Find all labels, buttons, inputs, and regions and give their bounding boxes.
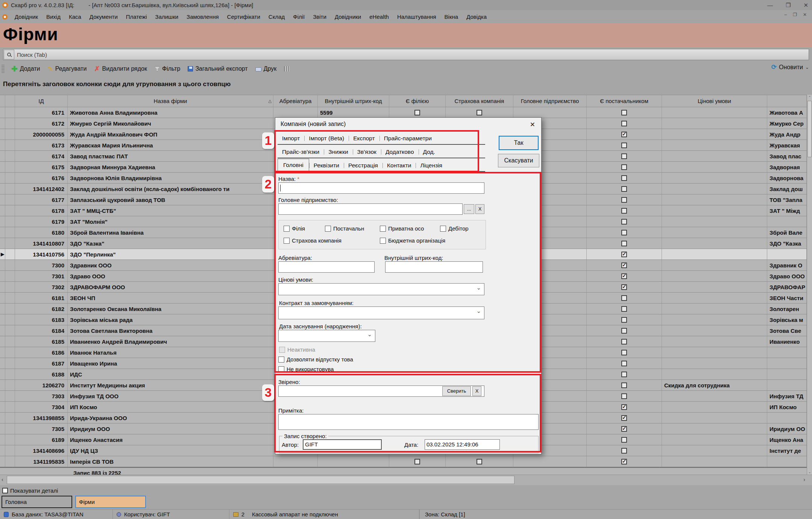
cell-id: 6172	[15, 118, 68, 129]
cancel-button[interactable]: Скасувати	[498, 154, 539, 167]
menu-item-довідник[interactable]: Довідник	[11, 12, 42, 21]
menu-item-довідка[interactable]: Довідка	[462, 12, 491, 21]
search-input[interactable]: Поиск (Tab)	[15, 52, 47, 58]
menu-item-залишки[interactable]: Залишки	[151, 12, 183, 21]
tab-home[interactable]: Головна	[2, 496, 72, 508]
add-button[interactable]: ✚Додати	[8, 63, 44, 75]
menu-item-сертифікати[interactable]: Сертифікати	[223, 12, 264, 21]
mdi-restore-button[interactable]: ❐	[793, 12, 797, 17]
horizontal-scrollbar[interactable]: ‹ ›	[0, 475, 812, 485]
column-header[interactable]: Абревіатура	[273, 95, 318, 107]
table-row[interactable]: 1341195835Імперія СВ ТОВ	[0, 456, 812, 467]
cell-name: Завод пластмас ПАТ	[68, 151, 273, 161]
tab-firms[interactable]: Фірми	[75, 496, 146, 508]
cell-name: Здравник ООО	[68, 260, 273, 270]
app-menu-icon[interactable]	[2, 14, 8, 20]
search-bar[interactable]: Поиск (Tab)	[3, 49, 809, 60]
scroll-up-icon[interactable]: ⌃	[808, 96, 811, 99]
scroll-left-icon[interactable]: ‹	[2, 477, 3, 483]
cell-price-terms	[662, 347, 767, 358]
scroll-down-icon[interactable]: ⌄	[808, 470, 811, 474]
restore-button[interactable]: ❐	[786, 2, 791, 9]
cell	[0, 184, 5, 194]
menu-item-довідники[interactable]: Довідники	[331, 12, 365, 21]
menu-item-вікна[interactable]: Вікна	[440, 12, 463, 21]
columns-button[interactable]	[280, 65, 293, 73]
cell-id: 6179	[15, 216, 68, 227]
cell	[5, 184, 15, 194]
menu-item-вихід[interactable]: Вихід	[42, 12, 65, 21]
close-button[interactable]: ✕	[803, 2, 808, 9]
menu-item-платежі[interactable]: Платежі	[122, 12, 151, 21]
cell	[5, 162, 15, 172]
filter-button[interactable]: Фільтр	[151, 64, 184, 74]
menu-item-філії[interactable]: Філії	[289, 12, 309, 21]
cell-alt-name	[767, 249, 807, 260]
cell-name: ІДУ НД ЦЗ	[68, 445, 273, 456]
column-header[interactable]: Страхова компанія	[446, 95, 513, 107]
vertical-scrollbar[interactable]: ⌃ ⌄	[807, 95, 812, 475]
column-header[interactable]: Головне підприємство	[513, 95, 587, 107]
menu-item-каса[interactable]: Каса	[65, 12, 85, 21]
cell-price-terms	[662, 325, 767, 336]
refresh-dropdown-icon[interactable]: ⌄	[805, 65, 809, 70]
mdi-close-button[interactable]: ✕	[803, 12, 807, 17]
cell	[5, 423, 15, 434]
menu-item-документи[interactable]: Документи	[85, 12, 122, 21]
menu-item-звіти[interactable]: Звіти	[309, 12, 331, 21]
menu-item-ehealth[interactable]: eHealth	[365, 12, 393, 21]
ok-button[interactable]: Так	[499, 136, 539, 150]
checkbox-icon	[621, 361, 627, 366]
cell-is-supplier	[587, 380, 662, 390]
dialog-close-icon[interactable]: ✕	[530, 121, 535, 129]
cell-is-supplier	[587, 336, 662, 347]
window-title: Скарб pro v. 4.0.2.83 [ІД: - [Апт №003 с…	[11, 2, 253, 8]
refresh-button[interactable]: ⟳ Оновити ⌄	[771, 63, 809, 71]
annotation-number-3: 3	[262, 384, 274, 401]
column-header[interactable]: Є філією	[389, 95, 446, 107]
mdi-minimize-button[interactable]: –	[784, 12, 787, 17]
column-header[interactable]: Є постачальником	[587, 95, 662, 107]
cell	[0, 227, 5, 238]
minimize-button[interactable]: —	[767, 2, 773, 8]
workspace-tabs: Головна Фірми	[2, 496, 146, 508]
menu-item-налаштування[interactable]: Налаштування	[393, 12, 440, 21]
cell-name: Животова Анна Владимировна	[68, 107, 273, 118]
cell-is-supplier	[587, 434, 662, 445]
dialog-title-bar[interactable]: Компанія (новий запис)	[275, 118, 541, 131]
checkbox-icon	[621, 295, 627, 301]
checkbox-icon	[621, 372, 627, 377]
cell	[0, 413, 5, 423]
cell-id: 6183	[15, 314, 68, 325]
scroll-right-icon[interactable]: ›	[803, 477, 805, 483]
menu-item-замовлення[interactable]: Замовлення	[182, 12, 223, 21]
cell-price-terms	[662, 227, 767, 238]
show-details-checkbox[interactable]: Показувати деталі	[2, 487, 58, 494]
checkbox-icon	[621, 328, 627, 334]
print-button[interactable]: Друк	[252, 64, 281, 74]
cell	[5, 358, 15, 369]
cell-alt-name	[767, 216, 807, 227]
export-button[interactable]: Загальний експорт	[184, 64, 251, 74]
cell	[5, 260, 15, 270]
toolbar-grip[interactable]	[2, 65, 5, 73]
group-by-bar[interactable]: Перетягніть заголовок колонки сюди для у…	[0, 76, 812, 95]
column-header[interactable]: ІД	[15, 95, 68, 107]
edit-button[interactable]: ✎Редагувати	[44, 64, 90, 74]
column-header[interactable]: Назва фірми△	[68, 95, 273, 107]
menu-item-склад[interactable]: Склад	[264, 12, 289, 21]
search-button[interactable]	[4, 50, 14, 59]
vscroll-thumb[interactable]	[807, 101, 812, 157]
column-header[interactable]: Внутрішній штрих-код	[318, 95, 389, 107]
mdi-window-controls: – ❐ ✕	[784, 12, 807, 17]
cell-name: Імперія СВ ТОВ	[68, 456, 273, 467]
table-row[interactable]: 6171Животова Анна Владимировна5599Живото…	[0, 107, 812, 118]
checkbox-checked-icon	[621, 252, 627, 257]
checkbox-icon	[621, 393, 627, 399]
column-header[interactable]: Цінові умови	[662, 95, 767, 107]
hscroll-thumb[interactable]	[7, 476, 515, 484]
cell-id: 7301	[15, 271, 68, 281]
cell-name: Инфузия ТД ООО	[68, 391, 273, 401]
delete-row-button[interactable]: ✗Видалити рядок	[90, 63, 151, 74]
column-header[interactable]	[767, 95, 807, 107]
